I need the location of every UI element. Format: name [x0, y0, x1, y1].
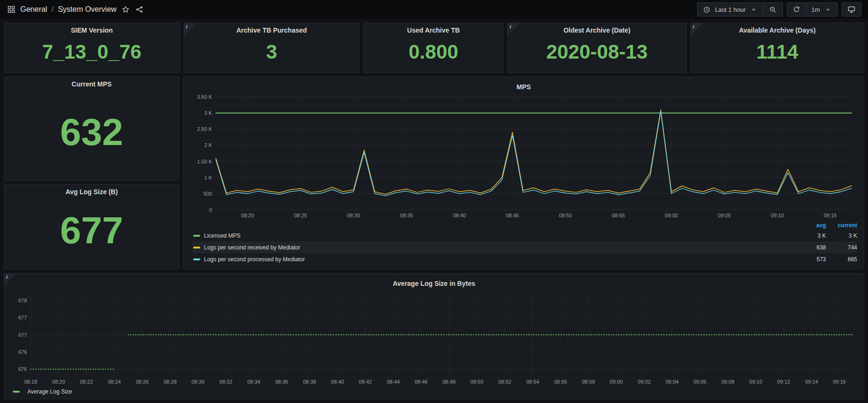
refresh-interval-picker[interactable]: 1m [806, 2, 838, 17]
svg-text:08:50: 08:50 [470, 379, 484, 385]
panel-title[interactable]: Archive TB Purchased [184, 23, 359, 35]
legend-row-logs-processed[interactable]: Logs per second processed by Mediator 57… [192, 253, 857, 265]
svg-text:08:30: 08:30 [347, 213, 360, 218]
breadcrumb-separator: / [51, 5, 53, 14]
series-color-marker [13, 391, 20, 393]
middle-row: Current MPS 632 Avg Log Size (B) 677 MPS… [4, 77, 864, 269]
chevron-down-icon [823, 5, 833, 14]
series-color-marker [193, 247, 200, 249]
svg-text:08:46: 08:46 [415, 379, 428, 385]
svg-text:500: 500 [204, 191, 212, 197]
svg-text:3 K: 3 K [204, 110, 212, 116]
series-name[interactable]: Average Log Size [27, 388, 72, 395]
series-avg-value: 573 [795, 256, 826, 263]
stat-panel-archive-tb-purchased: i Archive TB Purchased 3 [184, 23, 360, 73]
legend-column-current[interactable]: current [826, 222, 857, 229]
svg-text:1.50 K: 1.50 K [197, 159, 212, 164]
panel-info-icon[interactable]: i [184, 23, 196, 35]
refresh-icon [792, 5, 801, 14]
panel-title[interactable]: Current MPS [4, 77, 179, 89]
refresh-interval-label: 1m [811, 6, 820, 13]
svg-text:09:14: 09:14 [805, 379, 818, 385]
series-avg-value: 638 [795, 244, 826, 251]
zoom-out-time-button[interactable] [763, 2, 783, 17]
chevron-down-icon [749, 5, 758, 14]
share-icon[interactable] [135, 5, 144, 14]
svg-text:1 K: 1 K [204, 175, 212, 180]
svg-text:08:40: 08:40 [331, 379, 344, 385]
monitor-icon [847, 5, 856, 14]
dashboard-controls: Last 1 hour [697, 2, 861, 17]
svg-text:08:32: 08:32 [220, 379, 233, 385]
series-current-value: 744 [826, 244, 857, 251]
svg-text:09:04: 09:04 [665, 379, 679, 385]
panel-info-icon[interactable]: i [4, 274, 17, 286]
svg-text:08:34: 08:34 [247, 379, 261, 385]
svg-text:08:22: 08:22 [80, 379, 93, 385]
svg-text:08:20: 08:20 [241, 213, 255, 218]
svg-text:08:40: 08:40 [453, 213, 466, 218]
panel-info-icon[interactable]: i [691, 23, 703, 35]
stat-value-available-archive-days: 1114 [691, 35, 864, 72]
series-color-marker [193, 258, 200, 260]
apps-grid-icon[interactable] [7, 5, 16, 14]
svg-text:09:00: 09:00 [610, 379, 623, 385]
stat-value-avg-log-size: 677 [4, 197, 179, 269]
stat-panel-available-archive-days: i Available Archive (Days) 1114 [690, 23, 864, 73]
stat-value-used-archive-tb: 0.800 [364, 35, 503, 72]
avg-log-size-chart-panel: i Average Log Size in Bytes 676676677677… [4, 273, 864, 399]
star-icon[interactable] [121, 5, 130, 14]
panel-title[interactable]: Avg Log Size (B) [4, 185, 179, 197]
breadcrumb-section[interactable]: General [20, 5, 47, 14]
svg-text:08:42: 08:42 [359, 379, 372, 385]
breadcrumb: General / System Overview [7, 5, 144, 14]
stat-value-oldest-archive: 2020-08-13 [508, 35, 686, 72]
series-current-value: 665 [826, 256, 857, 263]
series-color-marker [193, 235, 200, 237]
panel-title[interactable]: Available Archive (Days) [691, 23, 864, 35]
panel-title[interactable]: Average Log Size in Bytes [9, 276, 859, 289]
series-name: Licensed MPS [204, 232, 795, 239]
svg-text:08:38: 08:38 [303, 379, 316, 385]
svg-text:0: 0 [209, 207, 212, 213]
mps-time-series-chart[interactable]: 05001 K1.50 K2 K2.50 K3 K3.50 K08:2008:2… [188, 92, 859, 221]
stat-panel-current-mps: Current MPS 632 [4, 77, 179, 180]
legend-header: avg current [192, 221, 857, 230]
svg-text:3.50 K: 3.50 K [197, 94, 212, 100]
stat-value-current-mps: 632 [4, 89, 179, 180]
svg-text:08:35: 08:35 [400, 213, 413, 218]
svg-text:08:52: 08:52 [498, 379, 511, 385]
svg-text:08:18: 08:18 [24, 379, 37, 385]
avg-log-size-chart[interactable]: 67667667767767808:1808:2008:2208:2408:26… [9, 289, 859, 387]
svg-text:08:44: 08:44 [387, 379, 400, 385]
svg-text:09:08: 09:08 [722, 379, 735, 385]
stat-panel-avg-log-size: Avg Log Size (B) 677 [4, 184, 179, 269]
svg-text:09:06: 09:06 [693, 379, 706, 385]
avg-chart-legend: Average Log Size [9, 387, 859, 396]
legend-row-logs-received[interactable]: Logs per second received by Mediator 638… [192, 241, 857, 253]
svg-text:09:10: 09:10 [749, 379, 763, 385]
stat-panel-siem-version: SIEM Version 7_13_0_76 [4, 23, 180, 73]
breadcrumb-page-title: System Overview [58, 5, 116, 14]
panel-title[interactable]: Used Archive TB [364, 23, 503, 35]
time-range-picker[interactable]: Last 1 hour [697, 2, 764, 17]
panel-title[interactable]: MPS [188, 80, 859, 92]
stat-value-archive-tb-purchased: 3 [184, 35, 359, 72]
svg-text:676: 676 [18, 366, 27, 372]
svg-text:09:15: 09:15 [824, 213, 837, 218]
panel-title[interactable]: SIEM Version [4, 23, 179, 35]
svg-text:08:45: 08:45 [506, 213, 519, 218]
refresh-button[interactable] [787, 2, 807, 17]
legend-column-avg[interactable]: avg [795, 222, 826, 229]
svg-text:09:12: 09:12 [777, 379, 791, 385]
kiosk-mode-button[interactable] [842, 2, 861, 17]
panel-title[interactable]: Oldest Archive (Date) [508, 23, 686, 35]
svg-text:09:16: 09:16 [833, 379, 846, 385]
stat-panel-oldest-archive: i Oldest Archive (Date) 2020-08-13 [507, 23, 687, 73]
svg-text:08:25: 08:25 [294, 213, 307, 218]
svg-text:08:30: 08:30 [192, 379, 205, 385]
legend-row-licensed-mps[interactable]: Licensed MPS 3 K 3 K [192, 230, 857, 241]
panel-info-icon[interactable]: i [508, 23, 520, 35]
series-name: Logs per second processed by Mediator [204, 256, 795, 263]
svg-text:08:26: 08:26 [136, 379, 149, 385]
